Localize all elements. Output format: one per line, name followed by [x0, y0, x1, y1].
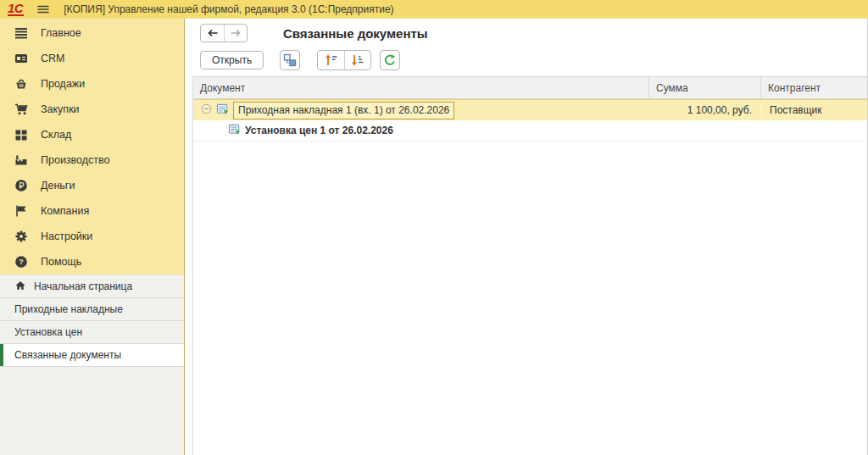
collapse-toggle-icon[interactable] [201, 103, 212, 117]
forward-button[interactable] [224, 25, 247, 42]
table-row[interactable]: Приходная накладная 1 (вх. 1) от 26.02.2… [193, 99, 867, 120]
page-title: Связанные документы [283, 26, 428, 41]
sort-button-group [317, 50, 371, 70]
sidebar-open-windows: Начальная страница Приходные накладные У… [0, 275, 185, 455]
sidebar-item-label: Производство [41, 154, 110, 166]
column-header-contractor[interactable]: Контрагент [761, 77, 867, 98]
home-icon [14, 280, 26, 294]
tab-ustanovka-cen[interactable]: Установка цен [0, 321, 184, 344]
1c-logo: 1С [8, 3, 24, 16]
tab-label: Связанные документы [14, 349, 121, 361]
factory-icon [14, 153, 28, 168]
sidebar-item-label: Настройки [41, 230, 92, 242]
table-header-row: Документ Сумма Контрагент [193, 77, 867, 99]
tab-prihodnye-nakladnye[interactable]: Приходные накладные [0, 298, 184, 321]
flag-icon [14, 204, 28, 219]
sidebar-item-label: Помощь [41, 256, 81, 268]
refresh-icon [383, 53, 397, 67]
cart-icon [14, 103, 28, 117]
sidebar-item-label: Деньги [41, 180, 75, 191]
hierarchy-icon [283, 53, 297, 67]
document-cell: Установка цен 1 от 26.02.2026 [193, 123, 649, 138]
sidebar-item-nastroyki[interactable]: Настройки [0, 224, 184, 249]
related-documents-table: Документ Сумма Контрагент Приходная накл… [192, 76, 867, 455]
sidebar-item-zakupki[interactable]: Закупки [0, 97, 184, 122]
svg-text:?: ? [19, 257, 24, 266]
gear-icon [14, 230, 28, 244]
table-row[interactable]: Установка цен 1 от 26.02.2026 [193, 120, 867, 141]
sidebar-item-label: Склад [41, 129, 71, 141]
sort-ascending-icon [325, 53, 338, 67]
sidebar-item-dengi[interactable]: Деньги [0, 173, 184, 198]
sort-descending-button[interactable] [344, 51, 370, 69]
history-nav-group [200, 24, 248, 42]
sidebar-item-pomosch[interactable]: ? Помощь [0, 249, 184, 275]
hamburger-menu-icon[interactable] [36, 3, 50, 16]
column-header-document[interactable]: Документ [193, 77, 649, 98]
column-header-sum[interactable]: Сумма [649, 77, 761, 98]
sidebar-item-label: Закупки [41, 103, 80, 115]
sum-cell: 1 100,00, руб. [649, 104, 761, 116]
ruble-icon [14, 179, 28, 193]
grid-icon [14, 128, 28, 142]
top-bar: 1С [КОПИЯ] Управление нашей фирмой, реда… [0, 0, 868, 19]
tab-svyazannye-dokumenty[interactable]: Связанные документы [0, 344, 184, 367]
back-button[interactable] [201, 25, 224, 42]
selected-cell-value: Приходная накладная 1 (вх. 1) от 26.02.2… [233, 102, 454, 119]
document-icon [216, 103, 229, 118]
document-cell-value: Установка цен 1 от 26.02.2026 [245, 125, 393, 136]
sidebar-item-sklad[interactable]: Склад [0, 122, 184, 147]
tab-label: Установка цен [14, 326, 82, 338]
basket-icon [14, 77, 28, 92]
sidebar-item-label: Продажи [41, 78, 85, 90]
tab-home-page[interactable]: Начальная страница [0, 275, 184, 298]
sidebar-item-kompaniya[interactable]: Компания [0, 198, 184, 224]
hierarchy-view-button[interactable] [280, 50, 300, 70]
sort-descending-icon [351, 53, 364, 67]
window-title: [КОПИЯ] Управление нашей фирмой, редакци… [64, 3, 393, 15]
contact-card-icon [14, 52, 28, 66]
sidebar-item-proizvodstvo[interactable]: Производство [0, 147, 184, 173]
tab-label: Приходные накладные [14, 303, 123, 315]
sidebar-item-label: Главное [41, 27, 81, 39]
help-icon: ? [14, 255, 28, 269]
sidebar-item-crm[interactable]: CRM [0, 46, 184, 71]
refresh-button[interactable] [380, 50, 400, 70]
toolbar: Открыть [192, 47, 867, 73]
sidebar-item-prodazhi[interactable]: Продажи [0, 71, 184, 97]
main-panel: Связанные документы Открыть [192, 19, 868, 455]
sidebar-item-label: CRM [41, 53, 64, 64]
tab-label: Начальная страница [34, 280, 132, 292]
menu-lines-icon [14, 26, 28, 41]
sidebar-item-glavnoe[interactable]: Главное [0, 20, 184, 46]
navigation-row: Связанные документы [192, 19, 867, 47]
sidebar-item-label: Компания [41, 205, 89, 217]
sidebar-sections-menu: Главное CRM Продажи Закупки Склад Произв… [0, 19, 185, 275]
document-cell: Приходная накладная 1 (вх. 1) от 26.02.2… [193, 102, 649, 119]
sort-ascending-button[interactable] [318, 51, 344, 69]
contractor-cell: Поставщик [761, 104, 867, 116]
open-button[interactable]: Открыть [200, 51, 264, 69]
document-icon [228, 123, 241, 138]
